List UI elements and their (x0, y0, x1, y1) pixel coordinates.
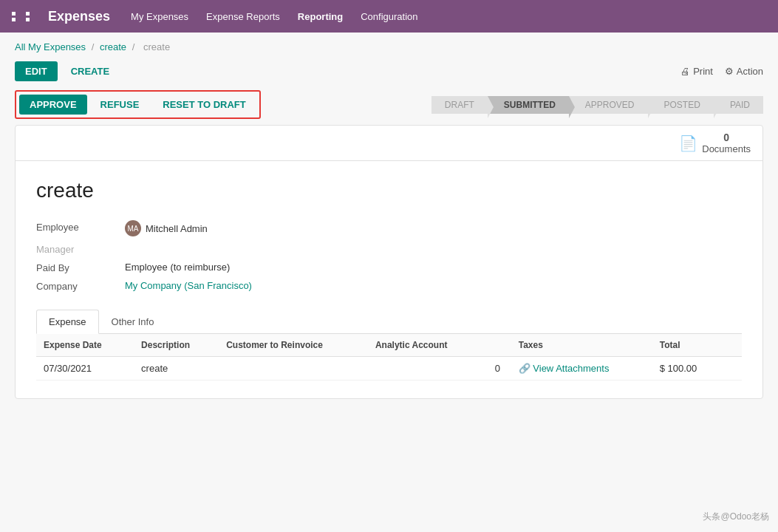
col-customer: Customer to Reinvoice (219, 334, 368, 357)
tabs: Expense Other Info (36, 310, 742, 334)
toolbar-left: EDIT CREATE (15, 61, 117, 81)
cell-count: 0 (484, 357, 511, 381)
avatar: MA (125, 220, 141, 236)
status-paid: PAID (714, 96, 763, 114)
col-taxes: Taxes (511, 334, 652, 357)
documents-count: 0 (702, 132, 751, 143)
employee-value: MA Mitchell Admin (125, 220, 347, 236)
cell-analytic (368, 357, 484, 381)
tab-expense[interactable]: Expense (36, 310, 99, 334)
cell-attachments: 🔗 View Attachments (511, 357, 652, 381)
tab-other-info[interactable]: Other Info (99, 310, 167, 333)
manager-label: Manager (36, 242, 125, 255)
print-icon: 🖨 (680, 66, 690, 77)
status-draft: DRAFT (431, 96, 488, 114)
expense-table: Expense Date Description Customer to Rei… (36, 334, 742, 381)
col-desc: Description (134, 334, 219, 357)
document-card: 📄 0 Documents create Employee MA Mitchel… (15, 125, 763, 399)
create-button[interactable]: CREATE (64, 61, 117, 81)
col-more (722, 334, 742, 357)
documents-label: Documents (702, 143, 751, 154)
col-count (484, 334, 511, 357)
status-bar: DRAFT SUBMITTED APPROVED POSTED PAID (431, 96, 763, 114)
top-nav: My Expenses Expense Reports Reporting Co… (131, 11, 418, 22)
breadcrumb: All My Expenses / create / create (0, 33, 778, 57)
cell-date: 07/30/2021 (36, 357, 134, 381)
employee-label: Employee (36, 220, 125, 236)
company-link[interactable]: My Company (San Francisco) (125, 280, 252, 291)
table-header-row: Expense Date Description Customer to Rei… (36, 334, 742, 357)
cell-desc: create (134, 357, 219, 381)
documents-icon: 📄 (679, 134, 697, 152)
form-body: create Employee MA Mitchell Admin Manage… (16, 161, 762, 398)
breadcrumb-sep2: / (132, 41, 135, 52)
watermark: 头条@Odoo老杨 (703, 511, 769, 523)
cell-more (722, 357, 742, 381)
manager-value (125, 242, 347, 255)
paid-by-value: Employee (to reimburse) (125, 261, 347, 273)
action-buttons-group: APPROVE REFUSE RESET TO DRAFT (15, 90, 261, 119)
toolbar-right: 🖨 Print ⚙ Action (680, 66, 763, 77)
edit-button[interactable]: EDIT (15, 61, 58, 81)
cell-total: $ 100.00 (652, 357, 723, 381)
nav-configuration[interactable]: Configuration (361, 11, 417, 22)
action-label: Action (737, 66, 763, 77)
status-posted: POSTED (648, 96, 714, 114)
documents-info: 0 Documents (702, 132, 751, 154)
col-analytic: Analytic Account (368, 334, 484, 357)
cell-customer (219, 357, 368, 381)
col-date: Expense Date (36, 334, 134, 357)
company-value: My Company (San Francisco) (125, 279, 347, 292)
approve-button[interactable]: APPROVE (19, 95, 87, 115)
action-row: APPROVE REFUSE RESET TO DRAFT DRAFT SUBM… (0, 86, 778, 125)
nav-reporting[interactable]: Reporting (298, 11, 343, 22)
refuse-button[interactable]: REFUSE (90, 95, 150, 115)
breadcrumb-sep1: / (92, 41, 95, 52)
breadcrumb-current: create (143, 41, 170, 52)
grid-icon[interactable] (12, 12, 38, 21)
action-button[interactable]: ⚙ Action (725, 66, 763, 77)
print-button[interactable]: 🖨 Print (680, 66, 713, 77)
col-total: Total (652, 334, 723, 357)
paperclip-icon: 🔗 (519, 363, 530, 374)
print-label: Print (693, 66, 713, 77)
view-attachments-link[interactable]: 🔗 View Attachments (519, 363, 610, 374)
status-approved: APPROVED (569, 96, 648, 114)
topbar: Expenses My Expenses Expense Reports Rep… (0, 0, 778, 33)
breadcrumb-all[interactable]: All My Expenses (15, 41, 86, 52)
app-name: Expenses (48, 9, 110, 24)
form-fields: Employee MA Mitchell Admin Manager Paid … (36, 220, 347, 292)
toolbar: EDIT CREATE 🖨 Print ⚙ Action (0, 57, 778, 86)
form-title: create (36, 179, 742, 202)
table-row: 07/30/2021 create 0 🔗 View Attachments $… (36, 357, 742, 381)
smart-buttons-bar: 📄 0 Documents (16, 126, 762, 161)
company-label: Company (36, 279, 125, 292)
nav-expense-reports[interactable]: Expense Reports (206, 11, 280, 22)
gear-icon: ⚙ (725, 66, 734, 77)
status-submitted: SUBMITTED (488, 96, 569, 114)
nav-my-expenses[interactable]: My Expenses (131, 11, 188, 22)
page-wrap: All My Expenses / create / create EDIT C… (0, 33, 778, 532)
breadcrumb-create1[interactable]: create (100, 41, 126, 52)
reset-to-draft-button[interactable]: RESET TO DRAFT (152, 95, 256, 115)
paid-by-label: Paid By (36, 261, 125, 273)
documents-button[interactable]: 📄 0 Documents (679, 132, 751, 154)
